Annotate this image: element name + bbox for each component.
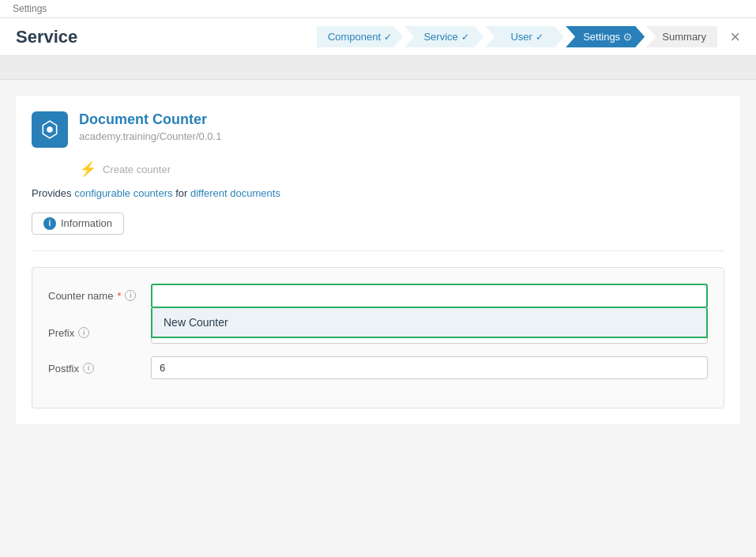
- information-button[interactable]: i Information: [32, 213, 124, 235]
- wizard-step-service-label: Service: [423, 31, 457, 43]
- wizard-step-settings[interactable]: Settings ⊙: [566, 26, 645, 47]
- wizard-step-user-label: User: [510, 31, 532, 43]
- page-header: Service Component ✓ Service ✓ User ✓ Set…: [0, 18, 756, 56]
- autocomplete-dropdown[interactable]: New Counter: [151, 308, 708, 338]
- wizard-step-settings-check: ⊙: [623, 31, 632, 43]
- desc-link-counters[interactable]: counters: [134, 187, 173, 199]
- autocomplete-item-new-counter[interactable]: New Counter: [152, 308, 706, 337]
- breadcrumb: Settings: [0, 0, 756, 18]
- bolt-icon: ⚡: [79, 160, 96, 178]
- counter-name-required: *: [117, 290, 121, 302]
- service-description: Provides configurable counters for diffe…: [32, 186, 724, 201]
- counter-name-input-wrapper: New Counter: [151, 284, 708, 308]
- wizard-step-user-check: ✓: [536, 32, 543, 43]
- prefix-label-text: Prefix: [48, 327, 74, 339]
- page-title: Service: [16, 27, 77, 47]
- desc-link-configurable[interactable]: configurable: [74, 187, 130, 199]
- action-row: ⚡ Create counter: [79, 160, 724, 178]
- service-path: academy.training/Counter/0.0.1: [79, 130, 221, 142]
- counter-name-row: Counter name * i New Counter: [48, 284, 708, 308]
- wizard-step-component-label: Component: [328, 31, 381, 43]
- form-section: Counter name * i New Counter Prefix i: [32, 267, 724, 408]
- hexagon-icon: [39, 119, 60, 140]
- postfix-input-wrapper: [151, 356, 708, 379]
- desc-link-documents[interactable]: documents: [230, 187, 280, 199]
- info-circle-icon: i: [43, 217, 56, 230]
- counter-name-info-icon[interactable]: i: [125, 290, 136, 301]
- counter-name-label-text: Counter name: [48, 290, 113, 302]
- postfix-info-icon[interactable]: i: [83, 363, 94, 374]
- prefix-info-icon[interactable]: i: [78, 327, 89, 338]
- wizard-step-component[interactable]: Component ✓: [317, 26, 403, 47]
- postfix-row: Postfix i: [48, 356, 708, 379]
- sub-bar: [0, 56, 756, 80]
- counter-name-label: Counter name * i: [48, 284, 151, 302]
- counter-name-input[interactable]: [151, 284, 708, 308]
- breadcrumb-text: Settings: [13, 3, 47, 14]
- main-content: Document Counter academy.training/Counte…: [16, 96, 740, 424]
- service-name: Document Counter: [79, 111, 221, 128]
- postfix-input[interactable]: [151, 356, 708, 379]
- wizard-nav: Component ✓ Service ✓ User ✓ Settings ⊙ …: [317, 26, 740, 47]
- wizard-step-user[interactable]: User ✓: [485, 26, 564, 47]
- close-button[interactable]: ×: [730, 28, 740, 46]
- wizard-step-summary[interactable]: Summary: [646, 26, 717, 47]
- svg-point-1: [47, 126, 53, 133]
- information-button-label: Information: [61, 217, 112, 229]
- service-card: Document Counter academy.training/Counte…: [32, 111, 724, 148]
- service-info: Document Counter academy.training/Counte…: [79, 111, 221, 142]
- wizard-step-component-check: ✓: [384, 32, 392, 43]
- wizard-step-settings-label: Settings: [583, 31, 620, 43]
- desc-link-different[interactable]: different: [190, 187, 228, 199]
- action-label: Create counter: [103, 164, 171, 175]
- wizard-step-service[interactable]: Service ✓: [404, 26, 483, 47]
- wizard-steps: Component ✓ Service ✓ User ✓ Settings ⊙ …: [317, 26, 717, 47]
- wizard-step-summary-label: Summary: [662, 31, 706, 43]
- postfix-label: Postfix i: [48, 356, 151, 374]
- postfix-label-text: Postfix: [48, 363, 79, 374]
- wizard-step-service-check: ✓: [461, 32, 469, 43]
- section-divider: [32, 250, 724, 251]
- service-icon: [32, 111, 68, 148]
- prefix-label: Prefix i: [48, 321, 151, 339]
